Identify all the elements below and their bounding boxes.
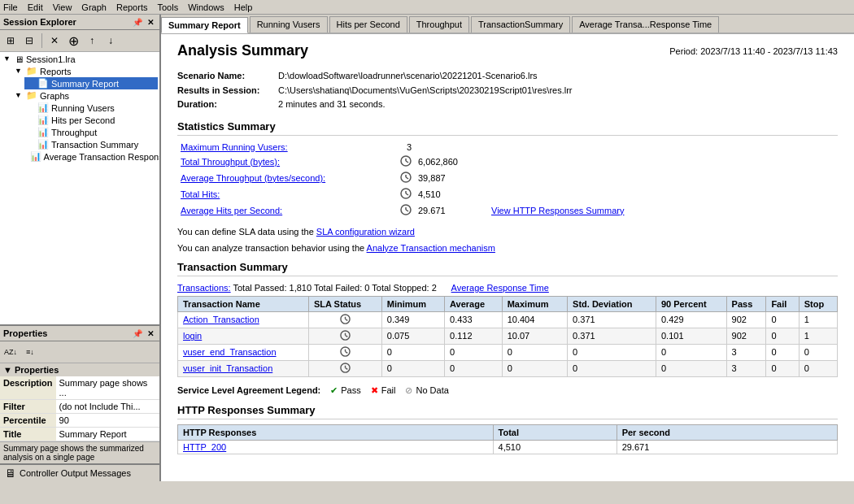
scenario-name-row: Scenario Name: D:\dowloadSoftware\loadru… [177,69,838,84]
stat-total-hits-label[interactable]: Total Hits: [181,189,400,199]
tree-session[interactable]: ▼ 🖥 Session1.lra [2,54,158,65]
th-maximum: Maximum [502,296,567,311]
th-stop: Stop [799,296,837,311]
stat-total-throughput-label[interactable]: Total Throughput (bytes): [181,157,400,167]
tree-transaction-summary[interactable]: 📊 Transaction Summary [24,138,158,150]
tree-reports-folder[interactable]: ▼ 📁 Reports [13,65,158,77]
tree-avg-response-time[interactable]: 📊 Average Transaction Response Ti... [24,150,158,163]
http-responses-table: HTTP Responses Total Per second HTTP_200… [177,424,838,454]
tab-throughput[interactable]: Throughput [409,16,469,33]
legend-nodata: ⊘ No Data [405,385,448,396]
stat-avg-hits-label[interactable]: Average Hits per Second: [181,206,400,215]
svg-line-11 [406,210,408,211]
tree-throughput[interactable]: 📊 Throughput [24,126,158,138]
menu-windows[interactable]: Windows [188,2,224,12]
transactions-link[interactable]: Transactions: [177,283,231,293]
menu-tools[interactable]: Tools [157,2,178,12]
view-http-responses-link[interactable]: View HTTP Responses Summary [491,206,624,215]
fail-x-icon: ✖ [371,385,378,396]
tab-hits-per-second[interactable]: Hits per Second [329,16,407,33]
throughput-label: Throughput [51,128,97,137]
prop-row-filter: Filter (do not Include Thi... [0,400,159,414]
stat-avg-throughput-label[interactable]: Average Throughput (bytes/second): [181,173,400,183]
stat-avg-throughput-value: 39,887 [418,173,483,183]
trans-name[interactable]: Action_Transaction [178,311,309,328]
close-icon[interactable]: ✕ [145,328,156,339]
pin-icon[interactable]: 📌 [132,16,143,28]
tab-summary-report[interactable]: Summary Report [161,17,248,33]
stat-avg-hits: Average Hits per Second: 29.671 View HTT… [181,202,838,219]
properties-section-header[interactable]: ▼ Properties [0,363,159,376]
prop-label-description: Description [0,376,56,400]
tree-running-vusers[interactable]: 📊 Running Vusers [24,102,158,114]
http-name[interactable]: HTTP_200 [178,440,494,454]
expand-all-button[interactable]: ⊞ [2,32,20,50]
tree-hits-per-second[interactable]: 📊 Hits per Second [24,114,158,126]
statistics-section-title: Statistics Summary [177,120,838,136]
trans-failed-text: Total Failed: [314,283,364,293]
trans-sla [308,328,381,344]
legend-fail-label: Fail [381,385,396,395]
th-pass: Pass [726,296,766,311]
explorer-toolbar: ⊞ ⊟ ✕ ⊕ ↑ ↓ [0,30,159,52]
up-button[interactable]: ↑ [83,32,101,50]
delete-button[interactable]: ✕ [46,32,63,50]
transactions-summary-line: Transactions: Total Passed: 1,810 Total … [177,283,838,293]
trans-fail: 0 [766,360,799,376]
content-area: Period: 2023/7/13 11:40 - 2023/7/13 11:4… [161,34,854,481]
prop-label-percentile: Percentile [0,414,56,428]
add-button[interactable]: ⊕ [64,32,82,50]
trans-passed-value: 1,810 [290,283,312,293]
hits-per-second-label: Hits per Second [51,115,115,125]
tree-graphs-folder[interactable]: ▼ 📁 Graphs [13,89,158,102]
trans-name[interactable]: login [178,328,309,344]
down-button[interactable]: ↓ [102,32,120,50]
pin-icon[interactable]: 📌 [132,328,143,339]
trans-name[interactable]: vuser_end_Transaction [178,344,309,360]
trans-p90: 0 [656,360,726,376]
clock-icon-4 [400,188,412,201]
session-explorer-icons: 📌 ✕ [132,16,156,28]
avg-response-time-link[interactable]: Average Response Time [451,283,549,293]
clock-icon-2 [400,155,412,168]
graph-icon: 📊 [37,115,49,125]
tree-summary-report[interactable]: 📄 Summary Report [24,77,158,89]
menu-reports[interactable]: Reports [116,2,148,12]
svg-line-8 [406,193,408,195]
main-layout: Session Explorer 📌 ✕ ⊞ ⊟ ✕ ⊕ ↑ ↓ ▼ 🖥 Ses… [0,15,854,481]
stat-total-throughput: Total Throughput (bytes): 6,062,860 [181,154,838,170]
trans-sla [308,360,381,376]
tab-transaction-summary[interactable]: TransactionSummary [471,16,570,33]
transaction-table: Transaction Name SLA Status Minimum Aver… [177,296,838,377]
controller-icon: 🖥 [5,467,16,480]
spacer-2 [439,283,449,293]
collapse-all-button[interactable]: ⊟ [20,32,38,50]
menu-help[interactable]: Help [234,2,253,12]
scenario-info: Scenario Name: D:\dowloadSoftware\loadru… [177,69,838,112]
sort-alpha-button[interactable]: AZ↓ [2,343,20,361]
controller-output-label[interactable]: Controller Output Messages [20,468,131,478]
stat-max-vusers-label[interactable]: Maximum Running Vusers: [181,142,400,152]
tab-avg-response-time[interactable]: Average Transa...Response Time [572,16,719,33]
menu-file[interactable]: File [3,2,18,12]
spacer [26,128,36,137]
duration-value: 2 minutes and 31 seconds. [278,98,385,112]
menu-graph[interactable]: Graph [81,2,107,12]
sla-note1-text: You can define SLA data using the [177,227,316,237]
close-icon[interactable]: ✕ [145,16,156,28]
stat-avg-throughput: Average Throughput (bytes/second): 39,88… [181,170,838,186]
trans-stop: 0 [799,344,837,360]
stat-max-vusers-value: 3 [407,142,472,152]
tab-running-vusers[interactable]: Running Vusers [250,16,328,33]
sla-config-wizard-link[interactable]: SLA configuration wizard [316,227,415,237]
sort-category-button[interactable]: ≡↓ [21,343,39,361]
nodata-icon: ⊘ [405,385,412,396]
trans-min: 0 [381,360,444,376]
analyze-transaction-link[interactable]: Analyze Transaction mechanism [367,243,495,253]
menu-edit[interactable]: Edit [28,2,43,12]
avg-response-time-label: Average Transaction Response Ti... [44,152,159,162]
trans-name[interactable]: vuser_init_Transaction [178,360,309,376]
trans-stop: 1 [799,328,837,344]
results-session-label: Results in Session: [177,84,275,98]
menu-view[interactable]: View [53,2,72,12]
